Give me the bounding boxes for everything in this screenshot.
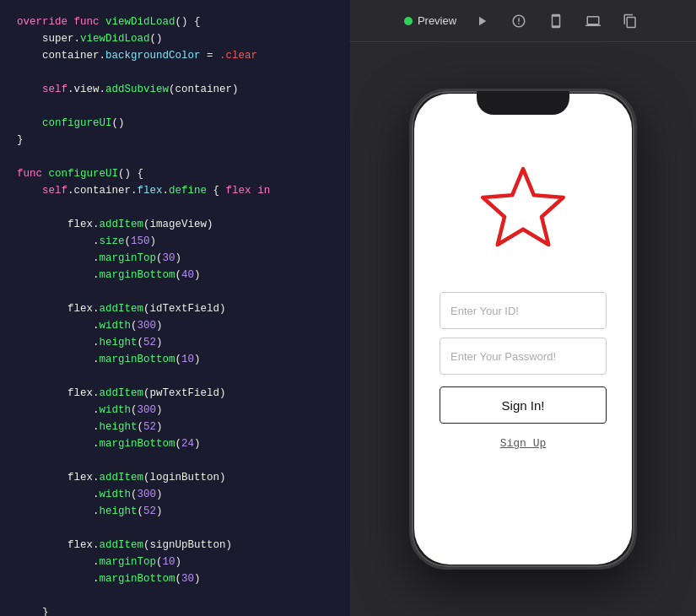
phone-wrapper: Sign In! Sign Up	[409, 42, 637, 616]
duplicate-icon[interactable]	[618, 9, 642, 33]
code-editor: override func viewDidLoad() { super.view…	[0, 0, 350, 616]
code-line: configureUI()	[17, 115, 333, 132]
code-line: .marginBottom(10)	[17, 351, 333, 368]
sign-in-button[interactable]: Sign In!	[440, 386, 607, 424]
play-icon[interactable]	[470, 9, 494, 33]
code-line: .marginBottom(24)	[17, 435, 333, 452]
code-line: container.backgroundColor = .clear	[17, 47, 333, 64]
code-line: }	[17, 604, 333, 616]
code-line: .marginBottom(30)	[17, 570, 333, 587]
code-line: override func viewDidLoad() {	[17, 14, 333, 30]
phone-frame: Sign In! Sign Up	[409, 89, 637, 570]
code-line: .height(52)	[17, 503, 333, 520]
code-line: }	[17, 132, 333, 149]
star-container	[477, 161, 569, 258]
sign-up-link[interactable]: Sign Up	[500, 437, 547, 450]
code-line: ​	[17, 520, 333, 537]
star-icon	[477, 161, 569, 254]
code-line: ​	[17, 587, 333, 604]
code-line: ​	[17, 199, 333, 216]
inspect-icon[interactable]	[507, 9, 531, 33]
code-line: ​	[17, 452, 333, 469]
code-line: .marginTop(30)	[17, 250, 333, 267]
code-line: ​	[17, 284, 333, 300]
code-line: ​	[17, 368, 333, 385]
code-line: .width(300)	[17, 317, 333, 334]
preview-toolbar: Preview	[350, 0, 696, 42]
code-line: self.container.flex.define { flex in	[17, 182, 333, 199]
code-line: super.viewDidLoad()	[17, 30, 333, 47]
monitor-icon[interactable]	[581, 9, 605, 33]
preview-text: Preview	[418, 14, 456, 27]
code-line: flex.addItem(pwTextField)	[17, 385, 333, 402]
code-line: .height(52)	[17, 334, 333, 351]
status-dot	[404, 17, 413, 25]
code-line: .width(300)	[17, 402, 333, 419]
phone-screen: Sign In! Sign Up	[414, 94, 632, 565]
phone-notch	[477, 91, 569, 115]
preview-panel: Preview	[350, 0, 696, 616]
code-line: .size(150)	[17, 233, 333, 250]
code-line: func configureUI() {	[17, 165, 333, 182]
code-line: ​	[17, 64, 333, 81]
preview-label: Preview	[404, 14, 456, 27]
code-line: .width(300)	[17, 486, 333, 503]
password-input[interactable]	[440, 338, 607, 375]
code-line: .marginBottom(40)	[17, 267, 333, 284]
code-line: .height(52)	[17, 419, 333, 435]
code-line: flex.addItem(imageView)	[17, 216, 333, 233]
phone-form: Sign In! Sign Up	[414, 292, 632, 450]
code-line: flex.addItem(idTextField)	[17, 300, 333, 317]
code-line: ​	[17, 149, 333, 165]
code-line: flex.addItem(signUpButton)	[17, 537, 333, 554]
code-line: flex.addItem(loginButton)	[17, 469, 333, 486]
svg-marker-0	[483, 169, 563, 245]
code-line: self.view.addSubview(container)	[17, 81, 333, 98]
id-input[interactable]	[440, 292, 607, 329]
code-line: ​	[17, 98, 333, 115]
code-line: .marginTop(10)	[17, 554, 333, 570]
device-icon[interactable]	[544, 9, 568, 33]
